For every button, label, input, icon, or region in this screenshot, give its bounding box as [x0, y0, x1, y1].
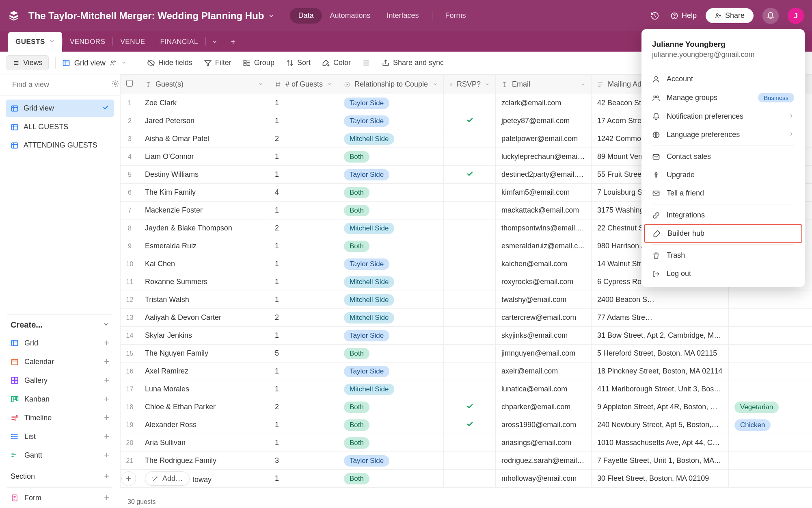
- cell-email[interactable]: thompsontwins@email.…: [496, 219, 592, 237]
- cell-email[interactable]: mackattack@email.com: [496, 202, 592, 219]
- cell-meal[interactable]: [729, 380, 812, 398]
- cell-count[interactable]: 1: [269, 327, 338, 345]
- cell-rel[interactable]: Mitchell Side: [338, 380, 444, 398]
- cell-count[interactable]: 2: [269, 130, 338, 148]
- view-item[interactable]: ALL GUESTS: [6, 119, 114, 135]
- cell-rsvp[interactable]: [444, 291, 496, 309]
- cell-count[interactable]: 1: [269, 273, 338, 291]
- cell-meal[interactable]: [729, 363, 812, 380]
- nav-data[interactable]: Data: [290, 8, 322, 24]
- cell-name[interactable]: Destiny Williams: [139, 166, 269, 184]
- table-row[interactable]: 12Tristan Walsh1Mitchell Sidetwalshy@ema…: [121, 291, 812, 309]
- cell-count[interactable]: 2: [269, 398, 338, 416]
- cell-addr[interactable]: 5 Hereford Street, Boston, MA 02115: [592, 345, 729, 363]
- cell-addr[interactable]: 411 Marlborough Street, Unit 3, Bost…: [592, 380, 729, 398]
- gear-icon[interactable]: [111, 80, 119, 90]
- cell-name[interactable]: Chloe & Ethan Parker: [139, 398, 269, 416]
- cell-count[interactable]: 1: [269, 166, 338, 184]
- chevron-down-icon[interactable]: [433, 80, 438, 89]
- cell-count[interactable]: 1: [269, 434, 338, 452]
- create-gantt[interactable]: Gantt+: [7, 446, 112, 465]
- menu-contact-sales[interactable]: Contact sales: [641, 148, 805, 166]
- cell-rsvp[interactable]: [444, 130, 496, 148]
- menu-log-out[interactable]: Log out: [641, 265, 805, 283]
- help-button[interactable]: Help: [670, 11, 697, 20]
- column-header[interactable]: Relationship to Couple: [338, 75, 444, 94]
- menu-account[interactable]: Account: [641, 70, 805, 88]
- row-height-button[interactable]: [359, 56, 374, 69]
- cell-email[interactable]: rodriguez.sarah@email.…: [496, 452, 592, 470]
- chevron-down-icon[interactable]: [258, 80, 263, 89]
- sort-button[interactable]: Sort: [283, 56, 314, 69]
- cell-rsvp[interactable]: [444, 452, 496, 470]
- cell-email[interactable]: kaichen@email.com: [496, 255, 592, 273]
- table-tab-financial[interactable]: FINANCIAL: [153, 32, 205, 52]
- cell-meal[interactable]: Chicken: [729, 416, 812, 434]
- cell-email[interactable]: axelr@email.com: [496, 363, 592, 380]
- cell-rsvp[interactable]: [444, 94, 496, 112]
- cell-count[interactable]: 1: [269, 416, 338, 434]
- cell-count[interactable]: 4: [269, 184, 338, 202]
- cell-rsvp[interactable]: [444, 363, 496, 380]
- cell-count[interactable]: 1: [269, 291, 338, 309]
- cell-meal[interactable]: [729, 345, 812, 363]
- cell-addr[interactable]: 31 Bow Street, Apt 2, Cambridge, M…: [592, 327, 729, 345]
- menu-integrations[interactable]: Integrations: [641, 206, 805, 224]
- cell-rel[interactable]: Both: [338, 237, 444, 255]
- cell-rsvp[interactable]: [444, 380, 496, 398]
- menu-notification-preferences[interactable]: Notification preferences: [641, 107, 805, 126]
- hide-fields-button[interactable]: Hide fields: [144, 56, 196, 69]
- table-tab-vendors[interactable]: VENDORS: [63, 32, 113, 52]
- cell-rel[interactable]: Mitchell Side: [338, 291, 444, 309]
- chevron-down-icon[interactable]: [327, 80, 332, 89]
- create-timeline[interactable]: Timeline+: [7, 408, 112, 427]
- cell-email[interactable]: jimnguyen@email.com: [496, 345, 592, 363]
- cell-name[interactable]: Alexander Ross: [139, 416, 269, 434]
- cell-rel[interactable]: Taylor Side: [338, 94, 444, 112]
- cell-rsvp[interactable]: [444, 255, 496, 273]
- table-row[interactable]: 17Luna Morales1Mitchell Sidelunatica@ema…: [121, 380, 812, 398]
- cell-meal[interactable]: [729, 291, 812, 309]
- cell-name[interactable]: Aisha & Omar Patel: [139, 130, 269, 148]
- nav-interfaces[interactable]: Interfaces: [379, 8, 427, 24]
- nav-forms[interactable]: Forms: [437, 8, 474, 24]
- create-header[interactable]: Create...: [0, 315, 120, 333]
- cell-rsvp[interactable]: [444, 184, 496, 202]
- cell-rsvp[interactable]: [444, 237, 496, 255]
- cell-rel[interactable]: Mitchell Side: [338, 309, 444, 327]
- cell-rsvp[interactable]: [444, 345, 496, 363]
- chevron-down-icon[interactable]: [121, 59, 127, 67]
- add-row[interactable]: +Add…loway1Bothmholloway@email.com30 Fle…: [121, 470, 812, 488]
- cell-count[interactable]: 1: [269, 112, 338, 130]
- cell-rel[interactable]: Both: [338, 398, 444, 416]
- cell-name[interactable]: Zoe Clark: [139, 94, 269, 112]
- add-table[interactable]: [224, 32, 242, 52]
- share-button[interactable]: Share: [706, 8, 754, 23]
- cell-rel[interactable]: Mitchell Side: [338, 130, 444, 148]
- cell-meal[interactable]: [729, 327, 812, 345]
- cell-rel[interactable]: Mitchell Side: [338, 273, 444, 291]
- cell-meal[interactable]: [729, 434, 812, 452]
- cell-addr[interactable]: 9 Appleton Street, Apt 4R, Boston, …: [592, 398, 729, 416]
- cell-rel[interactable]: Both: [338, 416, 444, 434]
- chevron-down-icon[interactable]: [581, 80, 585, 89]
- group-button[interactable]: Group: [240, 56, 278, 69]
- create-section[interactable]: Section +: [0, 465, 120, 487]
- cell-rel[interactable]: Taylor Side: [338, 112, 444, 130]
- find-view-input[interactable]: [12, 80, 106, 89]
- cell-rel[interactable]: Taylor Side: [338, 452, 444, 470]
- cell-count[interactable]: 2: [269, 309, 338, 327]
- create-list[interactable]: List+: [7, 427, 112, 446]
- cell-count[interactable]: 3: [269, 452, 338, 470]
- cell-count[interactable]: 1: [269, 237, 338, 255]
- cell-rel[interactable]: Both: [338, 148, 444, 166]
- current-view[interactable]: Grid view: [62, 59, 127, 67]
- cell-email[interactable]: chparker@email.com: [496, 398, 592, 416]
- cell-rsvp[interactable]: [444, 273, 496, 291]
- cell-rsvp[interactable]: [444, 202, 496, 219]
- create-kanban[interactable]: Kanban+: [7, 390, 112, 408]
- airtable-logo-icon[interactable]: [8, 10, 19, 22]
- cell-rel[interactable]: Taylor Side: [338, 255, 444, 273]
- cell-name[interactable]: Liam O'Connor: [139, 148, 269, 166]
- nav-automations[interactable]: Automations: [322, 8, 379, 24]
